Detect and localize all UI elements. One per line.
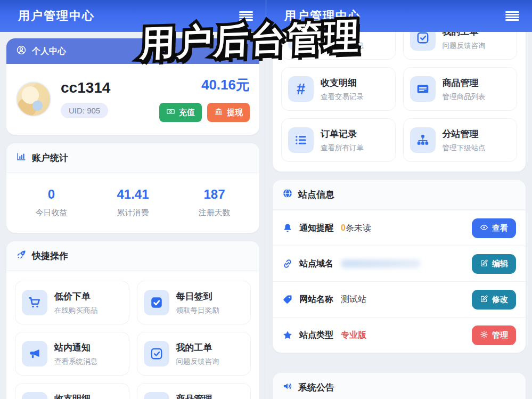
quick-action-my-tickets[interactable]: 我的工单问题反馈咨询: [137, 332, 251, 376]
megaphone-icon: [22, 341, 47, 367]
bar-chart-icon: [16, 151, 27, 165]
tag-icon: [282, 294, 293, 305]
hamburger-menu-icon[interactable]: [505, 11, 519, 21]
unread-count: 0: [341, 223, 346, 232]
recharge-button[interactable]: 充值: [159, 103, 202, 122]
stat-today-income: 0 今日收益: [11, 187, 92, 218]
hash-icon: #: [288, 76, 314, 102]
product-card-icon: [410, 76, 436, 102]
stats-card: 账户统计 0 今日收益 41.41 累计消费 187 注册天数: [6, 143, 259, 233]
edit-domain-button[interactable]: 编辑: [472, 254, 516, 274]
quick-actions-header: 快捷操作: [6, 241, 259, 271]
quick-action-cheap-order[interactable]: 低价下单在线购买商品: [15, 281, 129, 324]
gear-icon: [480, 330, 488, 340]
stats-section-title: 账户统计: [32, 152, 68, 164]
view-button[interactable]: 查看: [472, 218, 516, 238]
banknote-icon: [166, 107, 175, 118]
quick-action-products[interactable]: 商品管理管理商品列表: [403, 67, 518, 111]
manage-type-button[interactable]: 管理: [472, 325, 516, 345]
profile-card-body: cc1314 UID: 905 40.16元 充值: [6, 64, 259, 135]
row-label: 站点类型: [299, 330, 333, 341]
site-info-header: 站点信息: [273, 180, 526, 210]
edit-icon: [480, 259, 488, 269]
quick-action-transactions[interactable]: # 收支明细查看交易记录: [15, 383, 129, 399]
quick-action-substations[interactable]: 分站管理管理下级站点: [403, 118, 518, 162]
speaker-icon: [282, 381, 293, 394]
order-list-icon: [288, 127, 314, 153]
withdraw-button[interactable]: 提现: [207, 103, 250, 122]
avatar: [16, 82, 51, 117]
row-site-domain: 站点域名 编辑: [273, 246, 526, 281]
site-domain-value-blurred: [341, 259, 421, 268]
product-card-icon: [144, 392, 169, 399]
uid-badge: UID: 905: [61, 103, 108, 118]
announcement-card: 系统公告: [273, 373, 526, 399]
rocket-icon: [16, 249, 27, 263]
quick-action-orders[interactable]: 订单记录查看所有订单: [281, 118, 396, 162]
bank-icon: [214, 107, 223, 118]
quick-action-transactions[interactable]: # 收支明细查看交易记录: [281, 67, 396, 111]
site-info-section-title: 站点信息: [298, 189, 334, 201]
edit-icon: [480, 295, 488, 305]
row-site-name: 网站名称 测试站 修改: [273, 281, 526, 317]
check-square-icon: [144, 290, 169, 315]
quick-action-products[interactable]: 商品管理管理商品列表: [137, 383, 251, 399]
row-site-type: 站点类型 专业版 管理: [273, 317, 526, 353]
quick-action-daily-checkin[interactable]: 每日签到领取每日奖励: [137, 281, 251, 324]
app-title: 用户管理中心: [18, 8, 95, 24]
eye-icon: [480, 223, 488, 233]
modify-name-button[interactable]: 修改: [472, 290, 516, 310]
person-circle-icon: [16, 45, 27, 58]
ticket-check-icon: [144, 341, 169, 367]
announcement-section-title: 系统公告: [298, 381, 334, 394]
cart-icon: [22, 290, 47, 315]
profile-section-title: 个人中心: [32, 46, 66, 57]
bell-icon: [282, 223, 293, 233]
link-icon: [282, 258, 293, 269]
row-label: 网站名称: [299, 294, 333, 305]
quick-actions-card: 快捷操作 低价下单在线购买商品 每日签到领取每日奖励: [6, 241, 259, 399]
announcement-header: 系统公告: [273, 373, 526, 399]
stat-days-registered: 187 注册天数: [174, 187, 255, 218]
stat-total-spend: 41.41 累计消费: [92, 187, 174, 218]
star-icon: [282, 330, 293, 340]
site-info-card: 站点信息 通知提醒 0条未读 查看 站点域名: [273, 180, 526, 353]
watermark-sticker: 用户后台管理: [140, 12, 362, 68]
balance-amount: 40.16元: [201, 76, 250, 94]
stats-card-header: 账户统计: [6, 143, 259, 173]
site-type-value: 专业版: [341, 330, 366, 341]
globe-icon: [282, 188, 293, 201]
row-label: 通知提醒: [299, 223, 333, 234]
row-label: 站点域名: [299, 258, 333, 270]
quick-action-site-notice[interactable]: 站内通知查看系统消息: [15, 332, 129, 376]
hash-icon: #: [22, 392, 47, 399]
sitemap-icon: [410, 127, 436, 153]
row-notifications: 通知提醒 0条未读 查看: [273, 210, 526, 246]
quick-section-title: 快捷操作: [32, 250, 68, 262]
username: cc1314: [61, 79, 110, 96]
site-name-value: 测试站: [341, 294, 366, 305]
